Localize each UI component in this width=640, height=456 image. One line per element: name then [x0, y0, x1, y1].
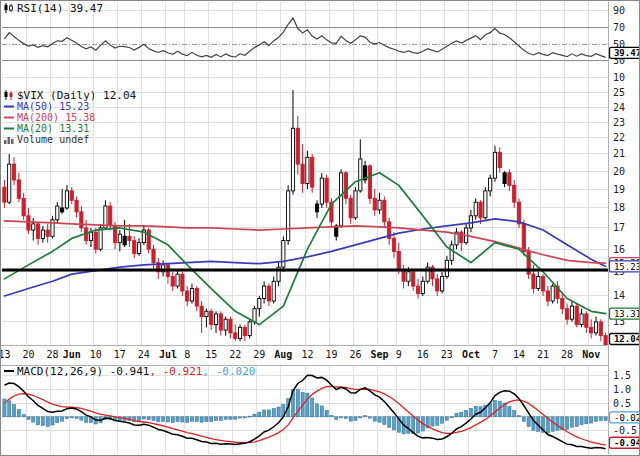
y-tick-label: 90: [613, 5, 625, 16]
x-axis-label: 26: [349, 349, 361, 360]
ma20-legend-label: MA(20) 13.31: [17, 123, 89, 134]
macd-legend: MACD(12,26,9) -0.941, -0.921, -0.020: [4, 365, 255, 378]
candle: [575, 304, 578, 328]
macd-hist-bar: [339, 417, 342, 418]
candle: [320, 173, 323, 208]
macd-hist-bar: [513, 410, 516, 416]
macd-hist-bar: [551, 417, 554, 431]
macd-hist-bar: [243, 417, 246, 418]
candle: [287, 185, 290, 244]
macd-hist-bar: [440, 417, 443, 423]
x-axis-label: 8: [184, 349, 190, 360]
macd-hist-bar: [162, 417, 165, 422]
macd-hist-bar: [325, 410, 328, 417]
axis-value-box: 15.23: [610, 261, 640, 272]
x-axis-label: 21: [537, 349, 549, 360]
axis-value-box: 39.47: [610, 47, 640, 58]
macd-hist-bar: [263, 410, 266, 417]
macd-hist-bar: [152, 417, 155, 421]
macd-hist-bar: [238, 417, 241, 418]
svg-text:-0.020: -0.020: [614, 413, 640, 423]
y-tick-label: -0.5: [613, 425, 637, 436]
macd-hist-bar: [200, 417, 203, 422]
y-tick-label: 18: [613, 202, 625, 213]
x-axis-label: 9: [396, 349, 402, 360]
macd-hist-bar: [570, 417, 573, 427]
macd-hist-bar: [320, 406, 323, 417]
x-axis-label: 13: [0, 349, 10, 360]
macd-hist-bar: [27, 417, 30, 420]
macd-hist-bar: [594, 417, 597, 421]
macd-hist-bar: [436, 417, 439, 426]
candle: [551, 284, 554, 304]
x-axis-label: 29: [253, 349, 265, 360]
macd-hist-bar: [580, 417, 583, 425]
macd-hist-bar: [388, 417, 391, 428]
macd-hist-bar: [80, 417, 83, 420]
x-axis-label: 19: [325, 349, 337, 360]
x-axis-label: 14: [513, 349, 525, 360]
macd-hist-bar: [248, 416, 251, 417]
axis-value-box: -0.941: [610, 437, 640, 448]
candle: [282, 236, 285, 271]
macd-hist-bar: [585, 417, 588, 424]
candle: [339, 169, 342, 228]
ma50-legend-label: MA(50) 15.23: [17, 101, 89, 112]
svg-text:39.47: 39.47: [614, 48, 640, 58]
macd-hist-bar: [431, 417, 434, 426]
x-axis-label: 7: [492, 349, 498, 360]
axis-value-box: -0.020: [610, 412, 640, 423]
macd-hist-bar: [455, 413, 458, 416]
macd-hist-bar: [378, 417, 381, 422]
candle: [484, 187, 487, 220]
macd-hist-bar: [8, 401, 11, 417]
candle: [354, 187, 357, 220]
y-tick-label: 25: [613, 87, 625, 98]
y-tick-label: 20: [613, 166, 625, 177]
y-tick-label: 10: [613, 72, 625, 83]
x-axis-label: 17: [114, 349, 126, 360]
macd-hist-bar: [493, 401, 496, 417]
y-tick-label: 1.0: [613, 384, 631, 395]
x-axis-label: 28: [46, 349, 58, 360]
macd-hist-bar: [383, 417, 386, 425]
macd-hist-bar: [51, 417, 54, 425]
y-tick-label: 70: [613, 22, 625, 33]
x-axis-label: Oct: [462, 349, 480, 360]
macd-hist-bar: [272, 409, 275, 417]
macd-hist-bar: [258, 412, 261, 417]
stockchart-canvas: 9070503010131415161718192021222324251.51…: [0, 0, 640, 456]
macd-hist-bar: [61, 417, 64, 421]
x-axis-label: 20: [22, 349, 34, 360]
macd-hist-bar: [205, 417, 208, 422]
macd-hist-bar: [41, 417, 44, 426]
macd-hist-bar: [65, 417, 68, 419]
y-tick-label: 19: [613, 184, 625, 195]
macd-hist-bar: [460, 412, 463, 417]
macd-hist-bar: [407, 417, 410, 434]
x-axis-label: Aug: [274, 349, 292, 360]
macd-hist-bar: [335, 417, 338, 420]
macd-hist-bar: [349, 417, 352, 421]
x-axis-label: 24: [138, 349, 150, 360]
x-axis-label: 22: [229, 349, 241, 360]
svg-text:12.04: 12.04: [614, 334, 640, 344]
macd-hist-bar: [181, 417, 184, 422]
macd-hist-bar: [450, 417, 453, 418]
macd-hist-bar: [354, 417, 357, 421]
candle: [248, 319, 251, 338]
x-axis-label: 23: [441, 349, 453, 360]
macd-hist-bar: [392, 417, 395, 430]
macd-hist-bar: [32, 417, 35, 422]
macd-hist-bar: [36, 417, 39, 425]
rsi-legend: RSI(14) 39.47: [5, 2, 104, 15]
macd-hist-bar: [229, 417, 232, 419]
x-axis-label: 15: [205, 349, 217, 360]
macd-hist-bar: [590, 417, 593, 423]
y-tick-label: 24: [613, 102, 625, 113]
macd-hist-bar: [224, 417, 227, 420]
macd-hist-bar: [311, 398, 314, 417]
candle: [368, 164, 371, 204]
macd-hist-bar: [85, 417, 88, 422]
y-tick-label: 16: [613, 244, 625, 255]
